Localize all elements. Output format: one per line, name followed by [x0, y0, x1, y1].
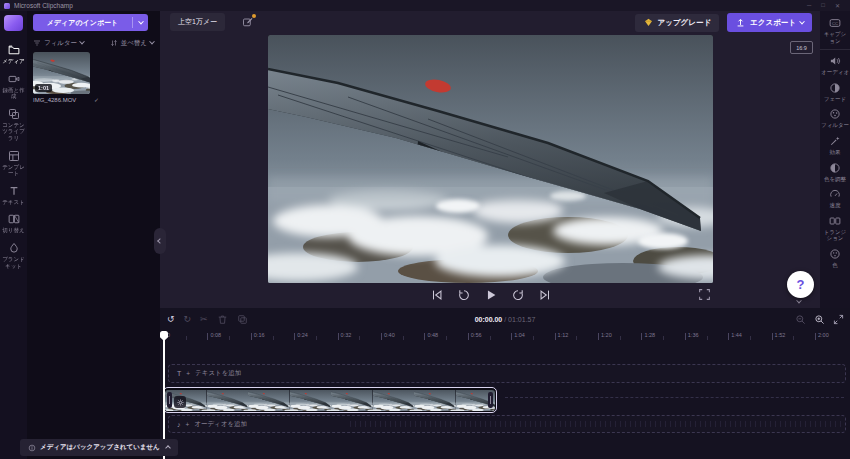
- export-arrow-icon: [735, 17, 746, 28]
- delete-button[interactable]: [217, 314, 228, 325]
- duplicate-button[interactable]: [237, 314, 248, 325]
- total-time: 01:01.57: [508, 316, 535, 323]
- clip-trim-handle-left[interactable]: [167, 392, 172, 408]
- sidebar-item-media[interactable]: メディア: [0, 40, 27, 69]
- info-icon: [28, 444, 36, 452]
- zoom-out-button[interactable]: [795, 314, 806, 325]
- sort-icon: [110, 39, 118, 47]
- filter-icon: [829, 108, 841, 120]
- ruler-tick: 0:56: [468, 333, 482, 340]
- timeline-tracks: T + テキストを追加 ♪ + オーディオを追加: [160, 344, 850, 459]
- import-media-button[interactable]: メディアのインポート: [33, 14, 148, 31]
- ruler-tick: 1:44: [728, 333, 742, 340]
- chevron-down-icon: [149, 39, 155, 45]
- sidebar-item-text[interactable]: テキスト: [0, 181, 27, 210]
- tool-item-fade[interactable]: フェード: [820, 79, 850, 106]
- sidebar-item-record-create[interactable]: 録画と作成: [0, 69, 27, 104]
- export-button[interactable]: エクスポート: [727, 13, 812, 32]
- clip-settings-button[interactable]: [174, 396, 186, 408]
- cut-button[interactable]: ✂: [200, 315, 208, 324]
- clip-thumbnail: [373, 390, 415, 411]
- sidebar-item-content-library[interactable]: コンテンツライブラリ: [0, 104, 27, 146]
- clip-thumbnail: [207, 390, 249, 411]
- clip-trim-handle-right[interactable]: [488, 392, 493, 408]
- check-icon: ✓: [94, 96, 99, 103]
- right-rail-items: キャプションオーディオフェードフィルター効果色を調整速度トランジション色: [820, 14, 850, 272]
- panel-collapse-handle[interactable]: [154, 228, 166, 254]
- video-preview-stage[interactable]: [268, 35, 713, 283]
- template-icon: [8, 150, 20, 162]
- camera-icon: [8, 73, 20, 85]
- project-title-tab[interactable]: 上空1万メー: [170, 13, 225, 31]
- ruler-tick: 2:00: [815, 333, 829, 340]
- tool-item-speed[interactable]: 速度: [820, 185, 850, 212]
- zoom-in-button[interactable]: [814, 314, 825, 325]
- chevron-down-icon: [799, 18, 805, 24]
- skip-to-end-button[interactable]: [538, 288, 552, 302]
- replay-button[interactable]: [457, 288, 471, 302]
- video-clip[interactable]: [163, 387, 497, 413]
- filter-button[interactable]: フィルター: [33, 39, 84, 48]
- tool-item-audio[interactable]: オーディオ: [820, 52, 850, 79]
- fullscreen-button[interactable]: [698, 288, 711, 301]
- ruler-tick: 1:04: [511, 333, 525, 340]
- sidebar-item-templates[interactable]: テンプレート: [0, 146, 27, 181]
- time-display: 00:00.00 / 01:01.57: [160, 316, 850, 323]
- redo-button[interactable]: ↻: [184, 315, 192, 324]
- media-thumbnail[interactable]: 1:01: [33, 52, 90, 94]
- sort-button[interactable]: 並べ替え: [110, 39, 154, 48]
- upgrade-button[interactable]: アップグレード: [635, 14, 720, 32]
- clip-thumbnail: [290, 390, 332, 411]
- close-button[interactable]: ✕: [835, 2, 840, 9]
- duration-badge: 1:01: [35, 84, 52, 92]
- ruler-tick: 0:16: [251, 333, 265, 340]
- tool-item-effects[interactable]: 効果: [820, 132, 850, 159]
- minimize-button[interactable]: ─: [807, 2, 811, 9]
- chevron-down-icon: [138, 18, 144, 24]
- ruler-tick: 1:36: [685, 333, 699, 340]
- tool-item-filters[interactable]: フィルター: [820, 105, 850, 132]
- clipchamp-logo[interactable]: [4, 15, 23, 31]
- plus-icon: +: [186, 370, 190, 377]
- tool-item-captions[interactable]: キャプション: [820, 14, 850, 50]
- plus-icon: +: [186, 421, 190, 428]
- text-icon: [8, 185, 20, 197]
- tool-item-adjust-colors[interactable]: 色を調整: [820, 159, 850, 186]
- backup-message: メディアはバックアップされていません: [40, 443, 160, 452]
- media-item-card[interactable]: 1:01 IMG_4286.MOV ✓: [33, 52, 90, 103]
- skip-to-start-button[interactable]: [430, 288, 444, 302]
- backup-status-toast[interactable]: メディアはバックアップされていません: [20, 439, 178, 456]
- left-rail-items: メディア録画と作成コンテンツライブラリテンプレートテキスト切り替えブランドキット: [0, 40, 27, 273]
- preview-region: 上空1万メー アップグレード エクスポート 16:9: [160, 11, 820, 308]
- tool-item-color[interactable]: 色: [820, 245, 850, 272]
- undo-button[interactable]: ↺: [167, 315, 175, 324]
- fade-icon: [829, 82, 841, 94]
- ruler-tick: 0:40: [381, 333, 395, 340]
- wand-icon: [829, 135, 841, 147]
- add-text-label: テキストを追加: [195, 369, 241, 378]
- help-button[interactable]: ?: [787, 271, 814, 298]
- import-dropdown-button[interactable]: [133, 21, 148, 25]
- aspect-ratio-badge[interactable]: 16:9: [790, 41, 813, 54]
- switch-icon: [8, 213, 20, 225]
- rename-project-button[interactable]: [240, 15, 256, 29]
- clip-thumbnail: [414, 390, 456, 411]
- timeline-ruler[interactable]: 00:080:160:240:320:400:480:561:041:121:2…: [160, 330, 850, 344]
- help-collapse-chevron[interactable]: [796, 298, 802, 304]
- sidebar-item-brand-kit[interactable]: ブランドキット: [0, 238, 27, 273]
- sidebar-item-transitions[interactable]: 切り替え: [0, 209, 27, 238]
- add-audio-label: オーディオを追加: [194, 420, 247, 429]
- media-filter-row: フィルター 並べ替え: [33, 37, 154, 49]
- cc-icon: [829, 17, 841, 29]
- forward-button[interactable]: [511, 288, 525, 302]
- ruler-tick: 1:20: [598, 333, 612, 340]
- ruler-tick: 1:52: [772, 333, 786, 340]
- fit-timeline-button[interactable]: [833, 314, 844, 325]
- play-button[interactable]: [484, 288, 498, 302]
- media-panel: メディアのインポート フィルター 並べ替え 1:01 IMG_4286.MOV: [27, 11, 160, 459]
- maximize-button[interactable]: □: [821, 2, 825, 9]
- funnel-icon: [33, 39, 41, 47]
- tool-item-transition[interactable]: トランジション: [820, 212, 850, 245]
- notification-dot: [252, 14, 256, 18]
- add-text-track[interactable]: T + テキストを追加: [168, 364, 846, 383]
